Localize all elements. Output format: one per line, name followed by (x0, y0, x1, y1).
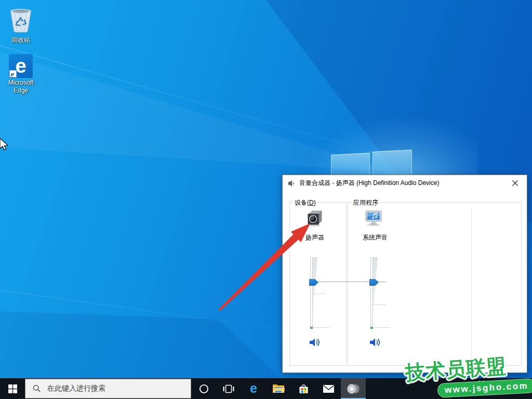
wallpaper-light-streak (0, 289, 293, 332)
slider-thumb[interactable] (369, 279, 379, 286)
desktop-icon-microsoft-edge[interactable]: e Microsoft Edge (1, 54, 41, 95)
peak-meter (370, 327, 373, 329)
speaker-volume-icon (309, 337, 321, 348)
speaker-volume-icon (369, 337, 381, 348)
recycle-bin-icon (7, 4, 34, 33)
desktop: 回收站 e Microsoft Edge 音量合成器 - 扬声器 (High D… (0, 0, 532, 399)
desktop-icon-label: 回收站 (1, 36, 41, 44)
slider-tick (374, 327, 390, 328)
wallpaper-windows-logo-pane (373, 150, 412, 176)
slider-tick (374, 304, 386, 305)
slider-tick (313, 294, 326, 294)
window-speaker-icon (288, 180, 296, 187)
taskbar: 在此键入进行搜索 e (0, 378, 532, 399)
volume-mixer-window: 音量合成器 - 扬声器 (High Definition Audio Devic… (282, 175, 527, 373)
cortana-button[interactable] (191, 378, 216, 399)
edge-taskbar-button[interactable]: e (241, 378, 266, 399)
applications-group-label: 应用程序 (352, 198, 380, 207)
search-placeholder: 在此键入进行搜索 (47, 384, 105, 393)
store-icon (298, 383, 309, 394)
close-button[interactable] (503, 175, 527, 191)
peak-meter (310, 327, 313, 329)
volume-slider-app[interactable] (370, 257, 381, 329)
volume-slider-device[interactable] (310, 257, 321, 329)
app-column-separator (471, 209, 472, 363)
windows-logo-icon (8, 384, 17, 393)
edge-icon: e (247, 382, 260, 395)
titlebar[interactable]: 音量合成器 - 扬声器 (High Definition Audio Devic… (283, 175, 527, 191)
device-group-label: 设备(D) (293, 198, 317, 207)
store-button[interactable] (291, 378, 316, 399)
task-view-button[interactable] (216, 378, 241, 399)
cortana-icon (199, 384, 209, 394)
desktop-icon-label: Microsoft Edge (1, 79, 41, 95)
mute-button-app[interactable] (369, 336, 381, 349)
system-sounds-icon[interactable] (364, 209, 384, 229)
speaker-device-icon[interactable] (306, 209, 324, 230)
mail-button[interactable] (316, 378, 341, 399)
slider-track[interactable] (310, 257, 313, 329)
svg-text:e: e (250, 382, 257, 395)
app-name-label: 系统声音 (350, 233, 400, 242)
device-name-label: 扬声器 (290, 233, 340, 242)
action-center-button[interactable] (507, 378, 526, 399)
volume-mixer-taskbar-button[interactable] (341, 378, 366, 399)
slider-tick (313, 327, 329, 328)
taskbar-clock: 16:42 (478, 380, 494, 387)
taskbar-search-input[interactable]: 在此键入进行搜索 (25, 379, 191, 398)
desktop-icon-recycle-bin[interactable]: 回收站 (1, 4, 41, 44)
file-explorer-button[interactable] (266, 378, 291, 399)
mute-button-device[interactable] (309, 336, 321, 349)
file-explorer-icon (272, 383, 285, 394)
mouse-cursor (0, 137, 9, 153)
shortcut-arrow-icon (9, 70, 17, 77)
wallpaper-windows-logo-pane (331, 153, 370, 176)
task-view-icon (223, 384, 234, 393)
slider-thumb[interactable] (309, 279, 318, 286)
mail-icon (323, 384, 335, 393)
slider-track[interactable] (370, 257, 373, 329)
start-button[interactable] (0, 378, 25, 399)
action-center-icon (512, 384, 522, 393)
search-icon (33, 384, 41, 393)
edge-tile-icon: e (9, 54, 33, 78)
close-icon (512, 180, 518, 186)
window-title: 音量合成器 - 扬声器 (High Definition Audio Devic… (299, 179, 439, 188)
volume-mixer-app-icon (347, 382, 361, 395)
